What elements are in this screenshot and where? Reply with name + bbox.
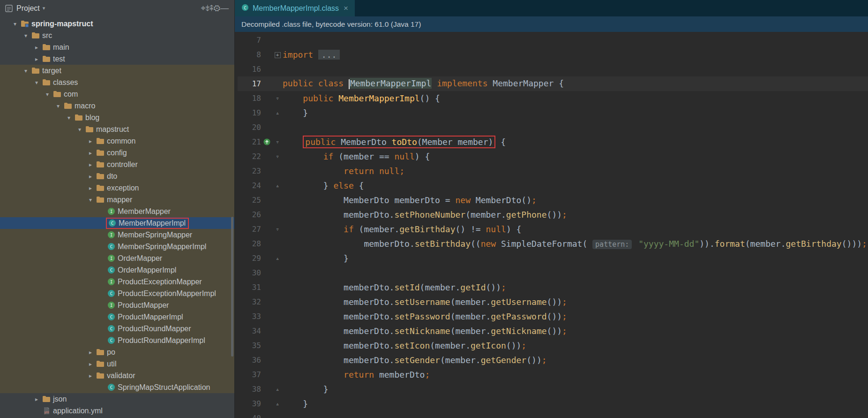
tree-item-json[interactable]: ▸json (0, 393, 234, 405)
chevron-expanded-icon[interactable]: ▾ (21, 32, 30, 39)
tree-item-exception[interactable]: ▸exception (0, 182, 234, 194)
tree-item-mapper[interactable]: ▾mapper (0, 194, 234, 205)
code-line-18[interactable]: 18▿ public MemberMapperImpl() { (238, 91, 868, 106)
code-line-40[interactable]: 40 (238, 411, 868, 418)
chevron-collapsed-icon[interactable]: ▸ (86, 138, 95, 144)
tree-item-productmapper[interactable]: IProductMapper (0, 299, 234, 311)
tree-item-memberspringmapper[interactable]: IMemberSpringMapper (0, 229, 234, 241)
code-line-35[interactable]: 35 memberDto.setIcon(member.getIcon()); (238, 338, 868, 353)
expand-folded-region-icon[interactable]: + (272, 52, 283, 58)
code-line-38[interactable]: 38▵ } (238, 382, 868, 396)
project-view-selector[interactable]: Project ▾ (16, 4, 45, 13)
code-line-30[interactable]: 30 (238, 266, 868, 280)
tree-scrollbar-thumb[interactable] (231, 217, 233, 357)
tree-item-config[interactable]: ▸config (0, 147, 234, 159)
chevron-expanded-icon[interactable]: ▾ (21, 68, 30, 74)
tree-item-memberspringmapperimpl[interactable]: CMemberSpringMapperImpl (0, 241, 234, 252)
code-line-25[interactable]: 25 MemberDto memberDto = new MemberDto()… (238, 193, 868, 207)
code-line-37[interactable]: 37 return memberDto; (238, 367, 868, 382)
tree-item-spring-mapstruct[interactable]: ▾spring-mapstruct (0, 18, 234, 30)
chevron-expanded-icon[interactable]: ▾ (32, 79, 41, 86)
code-line-24[interactable]: 24▵ } else { (238, 178, 868, 193)
tree-item-ordermapperimpl[interactable]: COrderMapperImpl (0, 264, 234, 276)
chevron-expanded-icon[interactable]: ▾ (43, 91, 52, 98)
chevron-collapsed-icon[interactable]: ▸ (86, 185, 95, 191)
settings-gear-icon[interactable]: ⚙ (213, 3, 220, 13)
code-line-26[interactable]: 26 memberDto.setPhoneNumber(member.getPh… (238, 207, 868, 222)
tab-membermapperimpl-class[interactable]: C MemberMapperImpl.class × (235, 0, 355, 16)
code-line-32[interactable]: 32 memberDto.setUsername(member.getUsern… (238, 295, 868, 309)
tree-item-springmapstructapplication[interactable]: CSpringMapStructApplication (0, 381, 234, 393)
fold-region-end-icon[interactable]: ▵ (272, 110, 283, 116)
tree-item-productexceptionmapperimpl[interactable]: CProductExceptionMapperImpl (0, 288, 234, 299)
tree-item-mapstruct[interactable]: ▾mapstruct (0, 123, 234, 135)
code-line-20[interactable]: 20 (238, 120, 868, 135)
expand-all-icon[interactable]: ⇟ (206, 3, 210, 13)
chevron-collapsed-icon[interactable]: ▸ (86, 161, 95, 168)
tree-item-classes[interactable]: ▾classes (0, 76, 234, 88)
chevron-expanded-icon[interactable]: ▾ (53, 103, 63, 109)
tree-item-com[interactable]: ▾com (0, 88, 234, 100)
code-line-19[interactable]: 19▵ } (238, 106, 868, 120)
code-line-27[interactable]: 27▿ if (member.getBirthday() != null) { (238, 222, 868, 236)
locate-file-icon[interactable]: ⌖ (201, 3, 205, 13)
tree-item-util[interactable]: ▸util (0, 358, 234, 370)
tree-item-target[interactable]: ▾target (0, 65, 234, 76)
chevron-collapsed-icon[interactable]: ▸ (86, 372, 95, 379)
hide-panel-icon[interactable]: — (220, 3, 229, 13)
tree-item-productmapperimpl[interactable]: CProductMapperImpl (0, 311, 234, 323)
folded-imports-chip[interactable]: ... (318, 50, 340, 60)
tree-item-productexceptionmapper[interactable]: IProductExceptionMapper (0, 276, 234, 288)
tree-item-productroundmapperimpl[interactable]: CProductRoundMapperImpl (0, 334, 234, 346)
chevron-collapsed-icon[interactable]: ▸ (32, 396, 41, 403)
code-line-33[interactable]: 33 memberDto.setPassword(member.getPassw… (238, 309, 868, 324)
code-line-8[interactable]: 8+import ... (238, 47, 868, 62)
fold-region-start-icon[interactable]: ▿ (272, 95, 283, 102)
code-line-16[interactable]: 16 (238, 62, 868, 76)
tree-item-membermapper[interactable]: IMemberMapper (0, 205, 234, 217)
close-icon[interactable]: × (344, 4, 348, 13)
chevron-collapsed-icon[interactable]: ▸ (86, 150, 95, 156)
code-line-7[interactable]: 7 (238, 33, 868, 47)
tree-item-main[interactable]: ▸main (0, 41, 234, 53)
fold-region-end-icon[interactable]: ▵ (272, 386, 283, 393)
code-line-31[interactable]: 31 memberDto.setId(member.getId()); (238, 280, 868, 295)
fold-region-start-icon[interactable]: ▿ (272, 226, 283, 233)
fold-region-end-icon[interactable]: ▵ (272, 255, 283, 262)
code-line-17[interactable]: 17public class MemberMapperImpl implemen… (238, 76, 868, 91)
tree-item-macro[interactable]: ▾macro (0, 100, 234, 112)
code-line-28[interactable]: 28 memberDto.setBirthday((new SimpleDate… (238, 236, 868, 251)
fold-region-end-icon[interactable]: ▵ (272, 401, 283, 407)
fold-region-start-icon[interactable]: ▿ (272, 139, 283, 145)
tree-item-common[interactable]: ▸common (0, 135, 234, 147)
tree-item-controller[interactable]: ▸controller (0, 159, 234, 170)
code-line-39[interactable]: 39▵ } (238, 396, 868, 411)
chevron-collapsed-icon[interactable]: ▸ (32, 44, 41, 51)
chevron-expanded-icon[interactable]: ▾ (75, 126, 84, 133)
chevron-collapsed-icon[interactable]: ▸ (32, 56, 41, 62)
chevron-expanded-icon[interactable]: ▾ (86, 197, 95, 203)
code-line-22[interactable]: 22▿ if (member == null) { (238, 149, 868, 164)
chevron-collapsed-icon[interactable]: ▸ (86, 361, 95, 367)
chevron-expanded-icon[interactable]: ▾ (64, 114, 74, 121)
implements-method-gutter-icon[interactable] (261, 138, 272, 145)
tree-item-productroundmapper[interactable]: CProductRoundMapper (0, 323, 234, 334)
code-line-23[interactable]: 23 return null; (238, 164, 868, 178)
chevron-collapsed-icon[interactable]: ▸ (86, 173, 95, 180)
tree-item-membermapperimpl[interactable]: CMemberMapperImpl (0, 217, 234, 229)
tree-item-blog[interactable]: ▾blog (0, 112, 234, 123)
tree-item-dto[interactable]: ▸dto (0, 170, 234, 182)
tree-item-ordermapper[interactable]: IOrderMapper (0, 252, 234, 264)
tree-item-test[interactable]: ▸test (0, 53, 234, 65)
tree-item-po[interactable]: ▸po (0, 346, 234, 358)
chevron-collapsed-icon[interactable]: ▸ (86, 349, 95, 356)
chevron-expanded-icon[interactable]: ▾ (10, 21, 20, 27)
fold-region-start-icon[interactable]: ▿ (272, 153, 283, 160)
code-line-34[interactable]: 34 memberDto.setNickname(member.getNickn… (238, 324, 868, 338)
tree-item-src[interactable]: ▾src (0, 30, 234, 41)
code-line-36[interactable]: 36 memberDto.setGender(member.getGender(… (238, 353, 868, 367)
code-line-29[interactable]: 29▵ } (238, 251, 868, 266)
code-editor[interactable]: 78+import ...1617public class MemberMapp… (235, 32, 868, 418)
fold-region-end-icon[interactable]: ▵ (272, 182, 283, 189)
tree-item-validator[interactable]: ▸validator (0, 370, 234, 381)
